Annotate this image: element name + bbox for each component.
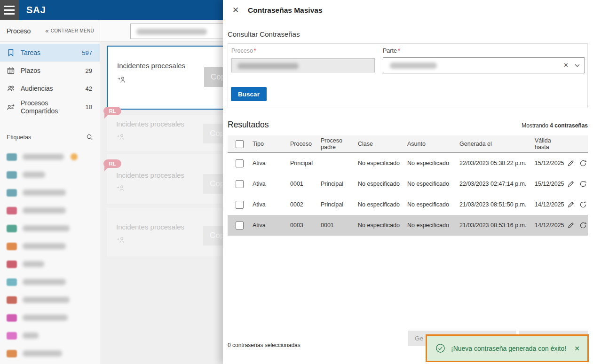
regenerate-icon[interactable] [578,179,588,189]
parte-combobox[interactable]: ✕ [383,57,585,73]
cell-valida-hasta: 14/12/2025 [535,222,566,229]
cell-valida-hasta: 15/12/2025 [535,181,566,187]
row-checkbox[interactable] [236,201,244,209]
tag-item[interactable] [0,255,100,273]
tag-item[interactable] [0,184,100,202]
cell-tipo: Ativa [253,201,290,208]
cell-proceso-padre: Principal [321,181,358,187]
tag-color-chip [7,350,17,357]
sidebar-item-label: Plazos [21,65,86,77]
table-row[interactable]: Ativa 0002 Principal No especificado No … [228,194,588,215]
table-row-selected[interactable]: Ativa 0003 0001 No especificado No espec… [228,215,588,236]
sidebar-item-count: 597 [82,49,92,56]
copy-button[interactable]: Cop [203,124,223,143]
task-card[interactable]: Incidentes procesales Cop [107,208,223,256]
tag-item[interactable] [0,345,100,363]
task-card-title: Incidentes procesales [117,62,185,70]
tag-item[interactable] [0,166,100,184]
table-row[interactable]: Ativa Principal No especificado No espec… [228,153,588,174]
regenerate-icon[interactable] [578,220,588,230]
tag-color-chip [7,171,17,179]
required-asterisk: * [398,47,400,54]
tag-color-chip [7,278,17,286]
contrasenas-masivas-panel: ✕ Contraseñas Masivas Consultar Contrase… [223,0,593,364]
tag-color-chip [7,314,17,322]
sidebar-item-procesos-compartidos[interactable]: Procesos Compartidos 10 [0,97,100,117]
edit-pencil-icon[interactable] [566,199,576,210]
task-card-title: Incidentes procesales [116,120,184,128]
redacted-tag-label [23,207,66,214]
redacted-search-text [136,29,207,35]
row-checkbox[interactable] [236,180,244,188]
chevron-down-icon[interactable] [575,64,580,67]
tag-list [0,144,100,363]
select-all-checkbox[interactable] [236,140,244,148]
people-icon [7,84,15,93]
tag-color-chip [7,332,17,340]
clear-icon[interactable]: ✕ [563,58,569,73]
tag-badge [71,153,78,160]
column-header: Asunto [407,141,459,147]
consultar-form: Proceso* Parte* ✕ [228,43,588,108]
sidebar-item-plazos[interactable]: Plazos 29 [0,62,100,79]
cell-valida-hasta: 15/12/2025 [535,160,566,166]
sidebar-item-label: Procesos Compartidos [21,97,86,117]
cell-proceso: 0002 [290,201,321,208]
regenerate-icon[interactable] [578,199,588,210]
buscar-button[interactable]: Buscar [231,87,267,101]
copy-button[interactable]: Cop [204,67,223,87]
rl-badge: RL [103,159,121,168]
edit-pencil-icon[interactable] [566,158,576,168]
cell-generada-el: 22/03/2023 02:47:14 p.m. [459,181,535,187]
search-icon[interactable] [86,134,93,141]
collapse-menu-button[interactable]: « CONTRAER MENÚ [45,27,94,34]
tag-item[interactable] [0,202,100,220]
redacted-tag-label [23,279,66,285]
resultados-title: Resultados [228,120,269,130]
tag-item[interactable] [0,327,100,345]
column-header: Proceso padre [321,137,358,150]
copy-button[interactable]: Cop [203,226,223,245]
redacted-tag-label [23,297,70,303]
task-card[interactable]: Incidentes procesales Cop [107,154,223,204]
assign-person-icon [116,184,126,192]
copy-button[interactable]: Cop [203,174,223,194]
cell-asunto: No especificado [407,201,459,208]
cell-tipo: Ativa [253,222,290,229]
row-checkbox[interactable] [236,159,244,167]
assign-person-icon [116,133,126,141]
edit-pencil-icon[interactable] [566,220,576,230]
cell-proceso: 0001 [290,181,321,187]
calendar-icon [7,66,15,75]
redacted-tag-label [23,190,66,196]
redacted-tag-label [23,332,39,339]
column-header: Generada el [459,141,535,147]
tag-item[interactable] [0,273,100,291]
task-card[interactable]: Incidentes procesales Cop [107,46,223,110]
task-search-input[interactable] [130,24,223,39]
toast-message: ¡Nueva contraseña generada con éxito! [451,345,574,352]
table-row[interactable]: Ativa 0001 Principal No especificado No … [228,174,588,194]
sidebar-item-count: 42 [86,85,92,92]
row-checkbox[interactable] [236,222,244,229]
close-icon[interactable]: ✕ [230,0,241,20]
sidebar-item-count: 10 [86,103,92,111]
cell-generada-el: 21/03/2023 08:51:50 p.m. [459,201,535,208]
hamburger-menu-icon[interactable] [0,0,19,20]
tag-item[interactable] [0,220,100,237]
proceso-label: Proceso* [231,47,256,54]
tag-color-chip [7,207,17,214]
tag-item[interactable] [0,148,100,166]
cell-proceso: Principal [290,160,321,166]
tag-item[interactable] [0,237,100,255]
redacted-tag-label [23,243,66,249]
sidebar-item-tareas[interactable]: Tareas 597 [0,44,100,62]
task-card[interactable]: Incidentes procesales Cop [107,115,223,151]
redacted-tag-label [23,172,45,178]
toast-close-icon[interactable]: ✕ [574,345,580,352]
regenerate-icon[interactable] [578,158,588,168]
edit-pencil-icon[interactable] [566,179,576,189]
sidebar-item-audiencias[interactable]: Audiencias 42 [0,79,100,97]
tag-item[interactable] [0,291,100,309]
tag-item[interactable] [0,309,100,327]
